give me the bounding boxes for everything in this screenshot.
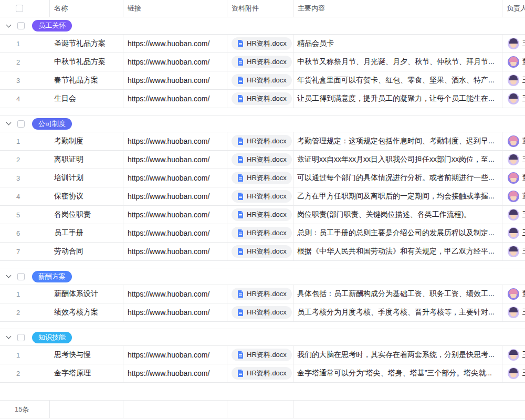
column-header-content[interactable]: 主要内容 <box>293 0 502 17</box>
row-content-cell[interactable]: 年货礼盒里面可以有贺卡、红包、零食、坚果、酒水、特产... <box>293 71 502 89</box>
row-index[interactable]: 6 <box>0 224 50 242</box>
row-content-cell[interactable]: 岗位职责(部门职责、关键岗位描述、各类工作流程)。 <box>293 206 502 224</box>
row-link-cell[interactable]: https://www.huoban.com/ <box>123 303 227 321</box>
row-content-cell[interactable]: 我们的大脑在思考时，其实存在着两套系统，分别是快思考... <box>293 346 502 364</box>
row-index[interactable]: 2 <box>0 151 50 169</box>
row-index[interactable]: 1 <box>0 35 50 52</box>
attachment-chip[interactable]: HR资料.docx <box>232 245 292 258</box>
group-checkbox[interactable] <box>17 22 25 29</box>
row-name-cell[interactable]: 生日会 <box>50 90 123 108</box>
table-row[interactable]: 5 各岗位职责 https://www.huoban.com/ HR资料.doc… <box>0 206 525 224</box>
group-header-row[interactable]: 员工关怀 <box>0 17 525 35</box>
row-name-cell[interactable]: 考勤制度 <box>50 132 123 150</box>
row-link-cell[interactable]: https://www.huoban.com/ <box>123 169 227 187</box>
row-index[interactable]: 1 <box>0 132 50 150</box>
row-content-cell[interactable]: 根据《中华人民共和国劳动法》和有关规定，甲乙双方经平... <box>293 243 502 260</box>
attachment-chip[interactable]: HR资料.docx <box>232 367 292 380</box>
attachment-chip[interactable]: HR资料.docx <box>232 37 292 50</box>
table-row[interactable]: 6 员工手册 https://www.huoban.com/ HR资料.docx… <box>0 224 525 243</box>
column-header-link[interactable]: 链接 <box>123 0 227 17</box>
row-name-cell[interactable]: 中秋节礼品方案 <box>50 53 123 71</box>
group-checkbox[interactable] <box>17 120 25 128</box>
row-link-cell[interactable]: https://www.huoban.com/ <box>123 187 227 205</box>
row-link-cell[interactable]: https://www.huoban.com/ <box>123 346 227 364</box>
row-link-cell[interactable]: https://www.huoban.com/ <box>123 53 227 71</box>
table-row[interactable]: 1 圣诞节礼品方案 https://www.huoban.com/ HR资料.d… <box>0 35 525 53</box>
row-link-cell[interactable]: https://www.huoban.com/ <box>123 224 227 242</box>
attachment-chip[interactable]: HR资料.docx <box>232 288 292 300</box>
row-index[interactable]: 2 <box>0 53 50 71</box>
table-row[interactable]: 7 劳动合同 https://www.huoban.com/ HR资料.docx… <box>0 243 525 261</box>
select-all-checkbox[interactable] <box>16 5 23 12</box>
row-index[interactable]: 5 <box>0 206 50 224</box>
group-header-row[interactable]: 公司制度 <box>0 115 525 132</box>
row-index[interactable]: 2 <box>0 364 50 382</box>
row-link-cell[interactable]: https://www.huoban.com/ <box>123 132 227 150</box>
row-content-cell[interactable]: 可以通过每个部门的具体情况进行分析。或者前期进行一些... <box>293 169 502 187</box>
row-link-cell[interactable]: https://www.huoban.com/ <box>123 285 227 303</box>
group-checkbox[interactable] <box>17 273 25 280</box>
attachment-chip[interactable]: HR资料.docx <box>232 172 292 184</box>
table-row[interactable]: 4 生日会 https://www.huoban.com/ HR资料.docx … <box>0 90 525 108</box>
row-content-cell[interactable]: 中秋节又称祭月节、月光诞、月夕、秋节、仲秋节、拜月节... <box>293 53 502 71</box>
row-index[interactable]: 4 <box>0 187 50 205</box>
row-link-cell[interactable]: https://www.huoban.com/ <box>123 243 227 260</box>
row-content-cell[interactable]: 让员工得到满意度，提升员工的凝聚力，让每个员工能生在... <box>293 90 502 108</box>
group-checkbox[interactable] <box>17 334 25 341</box>
row-name-cell[interactable]: 圣诞节礼品方案 <box>50 35 123 52</box>
group-header-row[interactable]: 薪酬方案 <box>0 268 525 285</box>
row-content-cell[interactable]: 兹证明xx自xx年xx月xx日入职我公司担任xx部门xx岗位，至... <box>293 151 502 169</box>
attachment-chip[interactable]: HR资料.docx <box>232 135 292 148</box>
row-name-cell[interactable]: 劳动合同 <box>50 243 123 260</box>
row-name-cell[interactable]: 思考快与慢 <box>50 346 123 364</box>
row-name-cell[interactable]: 春节礼品方案 <box>50 71 123 89</box>
row-link-cell[interactable]: https://www.huoban.com/ <box>123 35 227 52</box>
row-content-cell[interactable]: 员工考核分为月度考核、季度考核、晋升考核等，主要针对... <box>293 303 502 321</box>
attachment-chip[interactable]: HR资料.docx <box>232 227 292 239</box>
row-index[interactable]: 3 <box>0 71 50 89</box>
row-content-cell[interactable]: 具体包括：员工薪酬构成分为基础工资、职务工资、绩效工... <box>293 285 502 303</box>
row-content-cell[interactable]: 乙方在甲方任职期间及离职后的一定期间，均会接触或掌握... <box>293 187 502 205</box>
row-name-cell[interactable]: 各岗位职责 <box>50 206 123 224</box>
row-name-cell[interactable]: 薪酬体系设计 <box>50 285 123 303</box>
row-link-cell[interactable]: https://www.huoban.com/ <box>123 71 227 89</box>
row-link-cell[interactable]: https://www.huoban.com/ <box>123 151 227 169</box>
attachment-chip[interactable]: HR资料.docx <box>232 306 292 319</box>
row-link-cell[interactable]: https://www.huoban.com/ <box>123 90 227 108</box>
chevron-down-icon[interactable] <box>6 120 12 125</box>
attachment-chip[interactable]: HR资料.docx <box>232 92 292 105</box>
chevron-down-icon[interactable] <box>6 273 12 278</box>
row-name-cell[interactable]: 绩效考核方案 <box>50 303 123 321</box>
table-row[interactable]: 2 金字塔原理 https://www.huoban.com/ HR资料.doc… <box>0 364 525 383</box>
row-link-cell[interactable]: https://www.huoban.com/ <box>123 364 227 382</box>
row-name-cell[interactable]: 保密协议 <box>50 187 123 205</box>
chevron-down-icon[interactable] <box>6 334 12 339</box>
chevron-down-icon[interactable] <box>6 22 12 27</box>
row-index[interactable]: 3 <box>0 169 50 187</box>
row-content-cell[interactable]: 考勤管理规定：这项规定包括作息时间、考勤制度、迟到早... <box>293 132 502 150</box>
table-row[interactable]: 3 培训计划 https://www.huoban.com/ HR资料.docx… <box>0 169 525 187</box>
column-header-name[interactable]: 名称 <box>50 0 123 17</box>
attachment-chip[interactable]: HR资料.docx <box>232 56 292 68</box>
group-header-row[interactable]: 知识技能 <box>0 329 525 346</box>
column-header-owner[interactable]: 负责人 <box>502 0 525 17</box>
table-row[interactable]: 1 考勤制度 https://www.huoban.com/ HR资料.docx… <box>0 132 525 151</box>
row-index[interactable]: 1 <box>0 285 50 303</box>
row-link-cell[interactable]: https://www.huoban.com/ <box>123 206 227 224</box>
table-row[interactable]: 2 绩效考核方案 https://www.huoban.com/ HR资料.do… <box>0 303 525 322</box>
row-name-cell[interactable]: 金字塔原理 <box>50 364 123 382</box>
row-content-cell[interactable]: 总则：员工手册的总则主要是介绍公司的发展历程以及制定... <box>293 224 502 242</box>
attachment-chip[interactable]: HR资料.docx <box>232 208 292 221</box>
row-content-cell[interactable]: 精品会员卡 <box>293 35 502 52</box>
table-row[interactable]: 2 中秋节礼品方案 https://www.huoban.com/ HR资料.d… <box>0 53 525 71</box>
table-row[interactable]: 2 离职证明 https://www.huoban.com/ HR资料.docx… <box>0 151 525 169</box>
row-name-cell[interactable]: 员工手册 <box>50 224 123 242</box>
row-name-cell[interactable]: 离职证明 <box>50 151 123 169</box>
table-row[interactable]: 1 思考快与慢 https://www.huoban.com/ HR资料.doc… <box>0 346 525 364</box>
row-index[interactable]: 7 <box>0 243 50 260</box>
attachment-chip[interactable]: HR资料.docx <box>232 349 292 361</box>
row-content-cell[interactable]: 金字塔通常可以分为“塔尖、塔身、塔基”三个部分。塔尖就... <box>293 364 502 382</box>
table-row[interactable]: 4 保密协议 https://www.huoban.com/ HR资料.docx… <box>0 187 525 206</box>
row-index[interactable]: 2 <box>0 303 50 321</box>
row-index[interactable]: 1 <box>0 346 50 364</box>
